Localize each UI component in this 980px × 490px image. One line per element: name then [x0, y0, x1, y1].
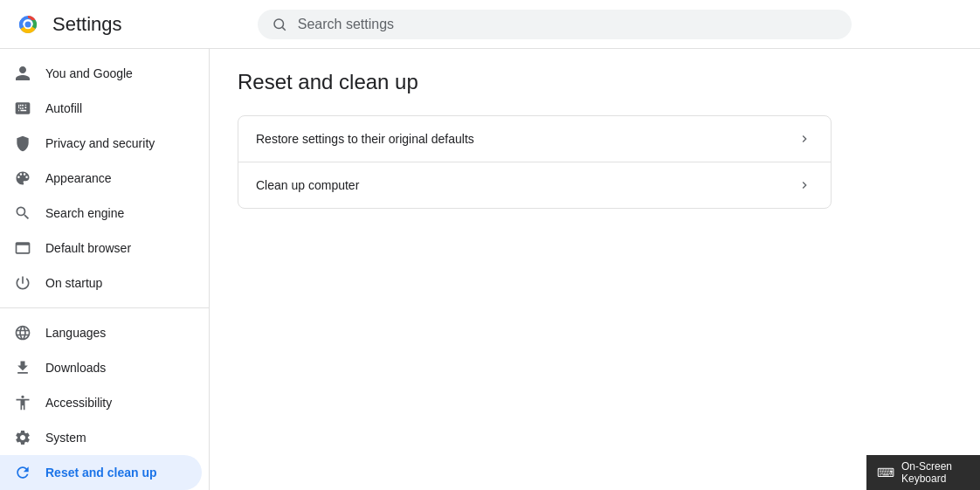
chrome-logo	[14, 10, 42, 38]
system-icon	[14, 429, 31, 446]
search-bar	[258, 10, 852, 39]
sidebar-item-languages[interactable]: Languages	[0, 315, 202, 350]
person-icon	[14, 65, 31, 82]
shield-icon	[14, 135, 31, 152]
sidebar-item-you-and-google[interactable]: You and Google	[0, 56, 202, 91]
browser-icon	[14, 239, 31, 257]
osk-label: On-Screen Keyboard	[901, 460, 970, 485]
keyboard-icon: ⌨	[877, 466, 894, 480]
sidebar-label-accessibility: Accessibility	[45, 396, 188, 410]
search-engine-icon	[14, 204, 31, 222]
sidebar-label-on-startup: On startup	[45, 276, 188, 290]
settings-list: Restore settings to their original defau…	[238, 115, 832, 209]
sidebar-divider-1	[0, 307, 209, 308]
sidebar-label-you-and-google: You and Google	[45, 66, 188, 80]
sidebar-label-search-engine: Search engine	[45, 206, 188, 220]
sidebar-item-search-engine[interactable]: Search engine	[0, 196, 202, 231]
clean-up-computer-item[interactable]: Clean up computer	[238, 162, 831, 208]
sidebar-item-system[interactable]: System	[0, 420, 202, 455]
download-icon	[14, 359, 31, 376]
sidebar-item-privacy-security[interactable]: Privacy and security	[0, 126, 202, 161]
search-icon	[272, 17, 287, 32]
sidebar-label-appearance: Appearance	[45, 171, 188, 185]
search-input[interactable]	[298, 17, 838, 32]
svg-point-3	[274, 19, 284, 29]
settings-title: Settings	[52, 13, 122, 36]
sidebar-item-reset-clean-up[interactable]: Reset and clean up	[0, 455, 202, 490]
sidebar-item-autofill[interactable]: Autofill	[0, 91, 202, 126]
header: Settings	[0, 0, 980, 49]
sidebar-item-appearance[interactable]: Appearance	[0, 161, 202, 196]
main-content: Reset and clean up Restore settings to t…	[210, 49, 980, 490]
language-icon	[14, 324, 31, 342]
sidebar-label-languages: Languages	[45, 326, 188, 340]
clean-up-computer-chevron	[796, 176, 813, 194]
sidebar-label-autofill: Autofill	[45, 101, 188, 115]
svg-line-4	[282, 27, 285, 30]
autofill-icon	[14, 100, 31, 117]
osk-bar[interactable]: ⌨ On-Screen Keyboard	[866, 455, 980, 490]
body-layout: You and Google Autofill Privacy and secu…	[0, 49, 980, 490]
palette-icon	[14, 169, 31, 187]
sidebar-label-privacy-security: Privacy and security	[45, 136, 188, 150]
page-title: Reset and clean up	[238, 70, 952, 94]
svg-point-2	[25, 21, 31, 27]
sidebar-item-downloads[interactable]: Downloads	[0, 350, 202, 385]
sidebar-label-downloads: Downloads	[45, 361, 188, 375]
reset-icon	[14, 464, 31, 481]
sidebar-label-default-browser: Default browser	[45, 241, 188, 255]
sidebar: You and Google Autofill Privacy and secu…	[0, 49, 210, 490]
restore-settings-chevron	[796, 130, 813, 148]
power-icon	[14, 274, 31, 292]
sidebar-label-system: System	[45, 431, 188, 445]
restore-settings-item[interactable]: Restore settings to their original defau…	[238, 116, 831, 162]
accessibility-icon	[14, 394, 31, 411]
restore-settings-label: Restore settings to their original defau…	[256, 132, 796, 146]
sidebar-item-accessibility[interactable]: Accessibility	[0, 385, 202, 420]
sidebar-item-on-startup[interactable]: On startup	[0, 266, 202, 300]
sidebar-label-reset-clean-up: Reset and clean up	[45, 466, 188, 480]
search-bar-wrapper	[258, 10, 852, 39]
sidebar-item-default-browser[interactable]: Default browser	[0, 231, 202, 266]
clean-up-computer-label: Clean up computer	[256, 178, 796, 192]
